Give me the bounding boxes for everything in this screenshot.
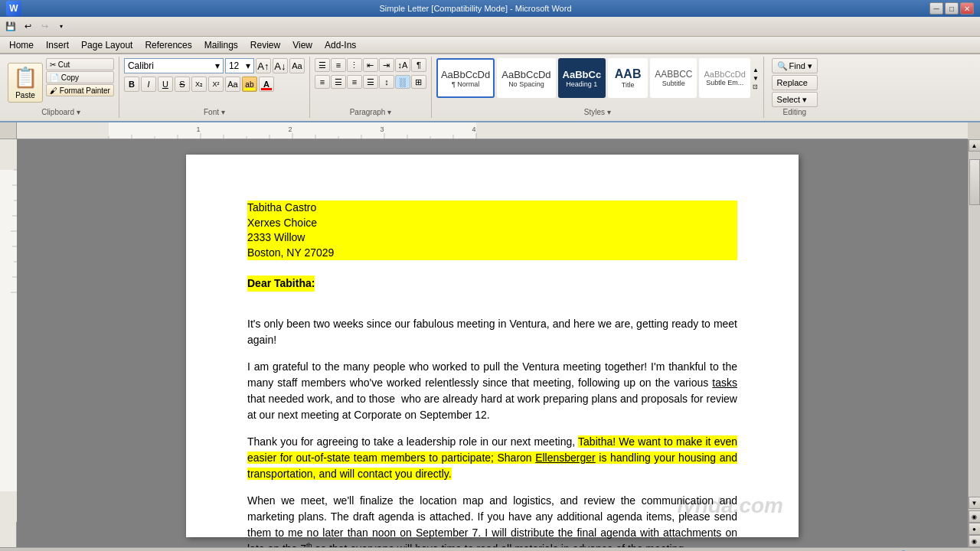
styles-scroll-up[interactable]: ▲	[753, 67, 759, 73]
minimize-button[interactable]: ─	[929, 2, 943, 15]
font-name-dropdown[interactable]: Calibri ▾	[124, 58, 224, 73]
menu-mailings[interactable]: Mailings	[198, 37, 244, 53]
style-subtitle[interactable]: AABBCC Subtitle	[650, 58, 697, 98]
sort-button[interactable]: ↕A	[395, 58, 410, 72]
select-button[interactable]: Select ▾	[772, 92, 818, 107]
strikethrough-button[interactable]: S	[175, 77, 190, 92]
style-subtle-em[interactable]: AaBbCcDd Subtle Em...	[699, 58, 750, 98]
styles-expand[interactable]: ⊡	[753, 83, 759, 90]
body-para-3: Thank you for agreeing to take a leaders…	[247, 434, 737, 482]
font-color-button[interactable]: A	[259, 77, 274, 92]
highlight-color-bar	[244, 88, 255, 90]
app-body: Tabitha Castro Xerxes Choice 2333 Willow…	[0, 139, 980, 547]
font-shrink-button[interactable]: A↓	[273, 58, 288, 73]
copy-button[interactable]: 📄 Copy	[46, 71, 114, 83]
styles-scroll-controls: ▲ ▼ ⊡	[753, 67, 759, 90]
corner-ruler	[0, 122, 17, 139]
doc-scroll-area[interactable]: Tabitha Castro Xerxes Choice 2333 Willow…	[17, 139, 968, 547]
prev-page-button[interactable]: ◉	[969, 510, 981, 523]
right-scrollbar: ▲ ▼ ◉ ● ◉	[968, 139, 980, 547]
font-size-value: 12	[229, 60, 239, 71]
style-normal[interactable]: AaBbCcDd ¶ Normal	[436, 58, 495, 98]
styles-gallery: AaBbCcDd ¶ Normal AaBbCcDd No Spacing Aa…	[436, 58, 759, 98]
multilevel-button[interactable]: ⋮	[347, 58, 362, 72]
svg-rect-24	[0, 170, 17, 491]
customize-quick-btn[interactable]: ▾	[54, 19, 69, 34]
change-case-button[interactable]: Aa	[225, 77, 240, 92]
increase-indent-button[interactable]: ⇥	[379, 58, 394, 72]
scrollbar-thumb[interactable]	[969, 159, 980, 205]
style-normal-label: ¶ Normal	[452, 80, 479, 88]
justify-button[interactable]: ☰	[363, 75, 378, 89]
scroll-up-button[interactable]: ▲	[969, 139, 981, 152]
page-nav-button[interactable]: ●	[969, 523, 981, 535]
replace-button[interactable]: Replace	[772, 75, 818, 90]
style-subtle-preview: AaBbCcDd	[704, 70, 745, 79]
maximize-button[interactable]: □	[945, 2, 959, 15]
scrollbar-track[interactable]	[969, 152, 980, 497]
paste-button[interactable]: 📋 Paste	[8, 63, 43, 103]
bold-button[interactable]: B	[124, 77, 139, 92]
next-page-button[interactable]: ◉	[969, 535, 981, 547]
title-bar: W Simple Letter [Compatibility Mode] - M…	[0, 0, 980, 17]
style-heading1-label: Heading 1	[566, 80, 597, 88]
close-button[interactable]: ✕	[960, 2, 974, 15]
superscript-button[interactable]: X²	[208, 77, 224, 92]
find-button[interactable]: 🔍 Find ▾	[772, 58, 818, 73]
align-center-button[interactable]: ☰	[331, 75, 346, 89]
styles-scroll-down[interactable]: ▼	[753, 75, 759, 82]
numbering-button[interactable]: ≡	[331, 58, 346, 72]
menu-page-layout[interactable]: Page Layout	[75, 37, 139, 53]
style-subtle-label: Subtle Em...	[706, 79, 743, 86]
shading-button[interactable]: ░	[395, 75, 410, 89]
font-grow-button[interactable]: A↑	[256, 58, 271, 73]
vertical-ruler	[0, 139, 17, 547]
ruler-row: 1 2 3 4	[0, 122, 980, 139]
status-bar: Page: 1 of 1 Words: 226 🔵 📄 ⊞ 🌐 ☰ ≡ − + …	[0, 547, 980, 551]
italic-button[interactable]: I	[141, 77, 156, 92]
menu-references[interactable]: References	[139, 37, 198, 53]
style-no-spacing-preview: AaBbCcDd	[501, 69, 550, 80]
font-size-dropdown[interactable]: 12 ▾	[225, 58, 254, 73]
show-hide-button[interactable]: ¶	[411, 58, 426, 72]
body-para-1: It's only been two weeks since our fabul…	[247, 316, 737, 348]
svg-text:4: 4	[472, 126, 475, 133]
find-label: Find ▾	[789, 61, 812, 71]
style-heading1[interactable]: AaBbCc Heading 1	[558, 58, 606, 98]
vruler-svg	[0, 139, 17, 522]
menu-insert[interactable]: Insert	[40, 37, 75, 53]
borders-button[interactable]: ⊞	[411, 75, 426, 89]
editing-group-label: Editing	[764, 106, 825, 116]
address-line1: Tabitha Castro	[247, 201, 737, 216]
subscript-button[interactable]: X₂	[191, 77, 207, 92]
menu-home[interactable]: Home	[3, 37, 40, 53]
menu-add-ins[interactable]: Add-Ins	[318, 37, 362, 53]
font-name-value: Calibri	[128, 60, 154, 71]
clipboard-group: 📋 Paste ✂ Cut 📄 Copy 🖌 Format Painter Cl…	[3, 57, 119, 118]
paragraph-group: ☰ ≡ ⋮ ⇤ ⇥ ↕A ¶ ≡ ☰ ≡ ☰ ↕ ░ ⊞ P	[310, 57, 432, 118]
bullets-button[interactable]: ☰	[315, 58, 330, 72]
highlight-color-button[interactable]: ab	[242, 77, 257, 92]
menu-review[interactable]: Review	[244, 37, 286, 53]
menu-view[interactable]: View	[286, 37, 318, 53]
clear-format-button[interactable]: Aa	[289, 58, 305, 73]
style-no-spacing-label: No Spacing	[508, 80, 544, 88]
scroll-down-button[interactable]: ▼	[969, 497, 981, 509]
style-no-spacing[interactable]: AaBbCcDd No Spacing	[497, 58, 555, 98]
cut-button[interactable]: ✂ Cut	[46, 58, 114, 70]
style-title[interactable]: AAB Title	[608, 58, 648, 98]
align-left-button[interactable]: ≡	[315, 75, 330, 89]
underline-button[interactable]: U	[158, 77, 173, 92]
line-spacing-button[interactable]: ↕	[379, 75, 394, 89]
format-painter-button[interactable]: 🖌 Format Painter	[46, 84, 114, 96]
style-title-preview: AAB	[615, 67, 642, 81]
redo-quick-btn[interactable]: ↪	[37, 19, 52, 34]
save-quick-btn[interactable]: 💾	[3, 19, 18, 34]
tasks-underline: tasks	[712, 377, 737, 389]
decrease-indent-button[interactable]: ⇤	[363, 58, 378, 72]
undo-quick-btn[interactable]: ↩	[20, 19, 35, 34]
align-right-button[interactable]: ≡	[347, 75, 362, 89]
salutation-block: Dear Tabitha:	[247, 276, 737, 304]
svg-text:2: 2	[288, 126, 292, 133]
quick-access-toolbar: 💾 ↩ ↪ ▾	[0, 17, 980, 37]
